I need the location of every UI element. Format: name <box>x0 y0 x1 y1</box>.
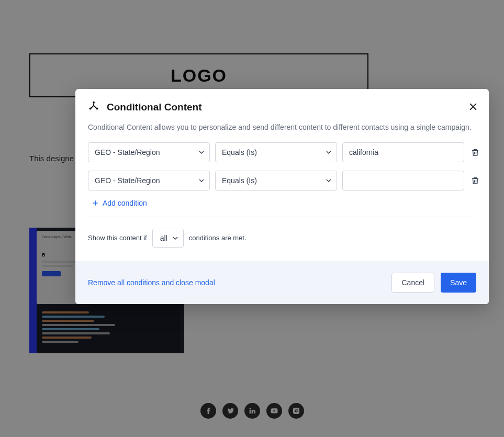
modal-header: Conditional Content <box>75 89 489 119</box>
match-suffix: conditions are met. <box>189 234 247 242</box>
field-select[interactable]: GEO - State/Region <box>88 171 210 191</box>
operator-select[interactable]: Equals (Is) <box>215 142 337 162</box>
conditions-list: GEO - State/Region Equals (Is) GEO - Sta… <box>75 142 489 191</box>
operator-select[interactable]: Equals (Is) <box>215 171 337 191</box>
close-button[interactable] <box>468 102 478 114</box>
chevron-down-icon <box>326 148 331 156</box>
conditional-content-icon <box>88 100 99 114</box>
match-mode-row: Show this content if all conditions are … <box>75 217 489 261</box>
add-condition-button[interactable]: Add condition <box>79 199 489 217</box>
remove-all-link[interactable]: Remove all conditions and close modal <box>88 278 215 287</box>
value-input[interactable] <box>342 171 464 191</box>
add-condition-label: Add condition <box>103 199 147 207</box>
condition-row: GEO - State/Region Equals (Is) <box>88 171 476 191</box>
modal-description: Conditional Content allows you to person… <box>75 119 489 142</box>
cancel-button[interactable]: Cancel <box>391 273 434 293</box>
modal-title: Conditional Content <box>107 102 202 113</box>
match-prefix: Show this content if <box>88 234 147 242</box>
operator-select-value: Equals (Is) <box>222 176 257 185</box>
field-select-value: GEO - State/Region <box>95 148 160 156</box>
value-input[interactable] <box>342 142 464 162</box>
delete-condition-button[interactable] <box>469 148 481 157</box>
match-mode-select[interactable]: all <box>152 229 184 248</box>
footer-buttons: Cancel Save <box>391 273 476 293</box>
field-select-value: GEO - State/Region <box>95 176 160 185</box>
chevron-down-icon <box>199 148 204 156</box>
field-select[interactable]: GEO - State/Region <box>88 142 210 162</box>
delete-condition-button[interactable] <box>469 176 481 185</box>
match-mode-value: all <box>160 234 167 242</box>
operator-select-value: Equals (Is) <box>222 148 257 156</box>
modal-footer: Remove all conditions and close modal Ca… <box>75 261 489 304</box>
chevron-down-icon <box>173 234 178 242</box>
chevron-down-icon <box>326 176 331 185</box>
conditional-content-modal: Conditional Content Conditional Content … <box>75 89 489 304</box>
chevron-down-icon <box>199 176 204 185</box>
save-button[interactable]: Save <box>441 273 476 293</box>
svg-point-0 <box>93 102 95 104</box>
condition-row: GEO - State/Region Equals (Is) <box>88 142 476 162</box>
